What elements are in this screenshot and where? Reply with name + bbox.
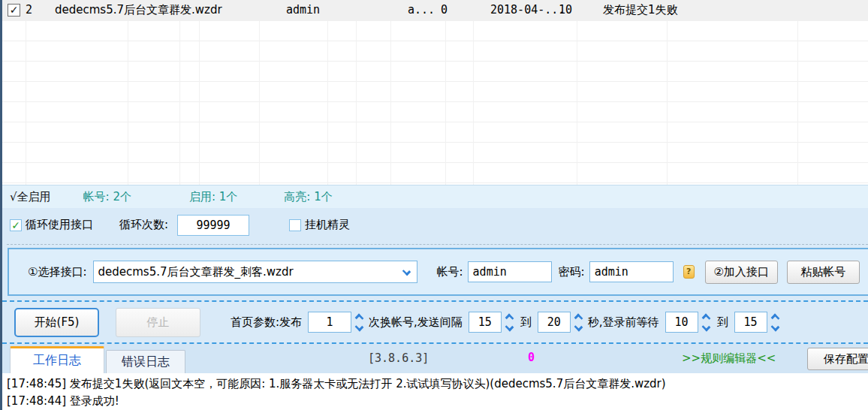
spin-down-icon[interactable]: [355, 322, 364, 331]
grid-line: [356, 21, 357, 185]
grid-line: [390, 21, 391, 185]
tab-error-log[interactable]: 错误日志: [106, 350, 185, 373]
enabled-count: 启用: 1个: [189, 190, 237, 204]
loop-interface-label: 循环使用接口: [26, 218, 93, 232]
to-label: 到: [717, 315, 728, 330]
cell-date: 2018-04-...: [490, 3, 565, 17]
start-button[interactable]: 开始(F5): [14, 308, 99, 337]
wait-to-input[interactable]: 15: [734, 312, 767, 333]
control-row: 开始(F5) 停止 首页参数:发布 1 次换帐号,发送间隔 15 到 20: [2, 300, 868, 344]
counter-badge: 0: [528, 351, 535, 364]
grid-line: [26, 21, 26, 185]
select-interface-label: ①选择接口:: [28, 265, 87, 279]
checkbox-checked-icon: ✓: [10, 219, 22, 231]
to-label: 到: [520, 315, 532, 330]
spin-down-icon[interactable]: [574, 322, 583, 331]
loop-interface-checkbox[interactable]: ✓ 循环使用接口: [10, 218, 93, 232]
grid-line: [667, 21, 668, 185]
table-row-empty: [2, 122, 868, 143]
checkbox-empty-icon: [289, 219, 301, 231]
interval-from-input[interactable]: 15: [469, 312, 502, 333]
hangup-label: 挂机精灵: [305, 218, 350, 232]
cell-account: admin: [286, 3, 320, 17]
loop-count-label: 循环次数:: [119, 218, 168, 232]
cell-num1: 0: [441, 3, 448, 17]
rule-editor-link[interactable]: >>规则编辑器<<: [682, 351, 776, 366]
cell-interface-name: dedecms5.7后台文章群发.wzdr: [55, 3, 222, 17]
interval-from-spinner: 15: [469, 312, 513, 333]
grid-line: [577, 21, 577, 185]
row-checkbox[interactable]: ✓: [8, 4, 20, 17]
account-input[interactable]: admin: [468, 261, 552, 282]
log-line: [17:48:44] 登录成功!: [7, 393, 868, 410]
cell-status: 发布提交1失败: [603, 3, 678, 17]
cell-password: a...: [408, 3, 435, 17]
stop-button-disabled[interactable]: 停止: [116, 308, 200, 337]
password-label: 密码:: [559, 265, 585, 279]
accounts-count: 帐号: 2个: [83, 190, 131, 204]
add-interface-button[interactable]: ②加入接口: [705, 261, 778, 284]
wait-from-input[interactable]: 10: [665, 312, 698, 333]
publish-count-spinner: 1: [308, 312, 363, 333]
grid-line: [199, 21, 200, 185]
interface-select[interactable]: dedecms5.7后台文章群发_刺客.wzdr: [93, 261, 417, 283]
help-icon[interactable]: ?: [683, 265, 695, 279]
interface-groupbox: ①选择接口: dedecms5.7后台文章群发_刺客.wzdr 帐号: admi…: [8, 248, 868, 296]
spin-up-icon[interactable]: [505, 313, 514, 322]
loop-options-row: ✓ 循环使用接口 循环次数: 99999 挂机精灵: [2, 208, 868, 242]
tab-strip: 工作日志 错误日志 [3.8.6.3] 0 >>规则编辑器<< 保存配置: [2, 344, 868, 373]
log-line: [17:48:45] 发布提交1失败(返回文本空，可能原因: 1.服务器太卡或无…: [7, 375, 868, 393]
grid-line: [179, 21, 180, 185]
interval-to-input[interactable]: 20: [538, 312, 571, 333]
grid-line: [128, 21, 128, 185]
publish-params-label: 首页参数:发布: [231, 315, 302, 330]
wait-to-spinner: 15: [734, 312, 779, 333]
version-label: [3.8.6.3]: [368, 351, 429, 365]
table-row-empty: [2, 62, 868, 82]
paste-account-button[interactable]: 粘贴帐号: [787, 261, 860, 284]
table-row-empty: [2, 102, 868, 122]
hangup-checkbox[interactable]: 挂机精灵: [289, 218, 350, 232]
publish-count-input[interactable]: 1: [308, 312, 351, 333]
chevron-down-icon: [402, 267, 410, 276]
table-empty-rows: [2, 21, 868, 185]
spin-down-icon[interactable]: [701, 322, 710, 331]
toggle-all-control[interactable]: √全启用: [10, 190, 51, 204]
save-config-button[interactable]: 保存配置: [807, 348, 868, 370]
table-row-empty: [2, 41, 868, 62]
spin-down-icon[interactable]: [770, 322, 779, 331]
cell-num2: 10: [559, 3, 572, 17]
table-row-empty: [2, 21, 868, 41]
highlighted-count: 高亮: 1个: [284, 190, 332, 204]
spin-up-icon[interactable]: [701, 313, 710, 322]
summary-bar: √全启用 帐号: 2个 启用: 1个 高亮: 1个: [2, 185, 868, 208]
grid-line: [473, 21, 474, 185]
grid-line: [327, 21, 328, 185]
spin-up-icon[interactable]: [770, 313, 779, 322]
account-label: 帐号:: [437, 265, 463, 279]
interface-table: ✓ 2 dedecms5.7后台文章群发.wzdr admin a... 0 2…: [2, 0, 868, 185]
cell-index: 2: [26, 3, 32, 17]
wait-from-spinner: 10: [665, 312, 710, 333]
grid-line: [445, 21, 446, 185]
switch-account-label: 次换帐号,发送间隔: [369, 315, 463, 330]
grid-line: [797, 21, 798, 185]
dashed-separator: [7, 244, 868, 245]
interval-to-spinner: 20: [538, 312, 582, 333]
table-row[interactable]: ✓ 2 dedecms5.7后台文章群发.wzdr admin a... 0 2…: [2, 0, 868, 21]
app-window: ✓ 2 dedecms5.7后台文章群发.wzdr admin a... 0 2…: [0, 0, 868, 410]
interface-select-value: dedecms5.7后台文章群发_刺客.wzdr: [98, 261, 294, 282]
log-area[interactable]: [17:48:45] 发布提交1失败(返回文本空，可能原因: 1.服务器太卡或无…: [2, 373, 868, 410]
password-input[interactable]: admin: [589, 261, 674, 282]
loop-count-input[interactable]: 99999: [177, 215, 249, 236]
table-row-empty: [2, 82, 868, 102]
tab-work-log[interactable]: 工作日志: [10, 346, 104, 373]
table-row-empty: [2, 163, 868, 183]
grid-line: [259, 21, 260, 185]
table-row-empty: [2, 143, 868, 163]
spin-up-icon[interactable]: [574, 313, 583, 322]
spin-up-icon[interactable]: [355, 313, 364, 322]
spin-down-icon[interactable]: [505, 322, 514, 331]
login-wait-label: 秒,登录前等待: [588, 315, 659, 330]
